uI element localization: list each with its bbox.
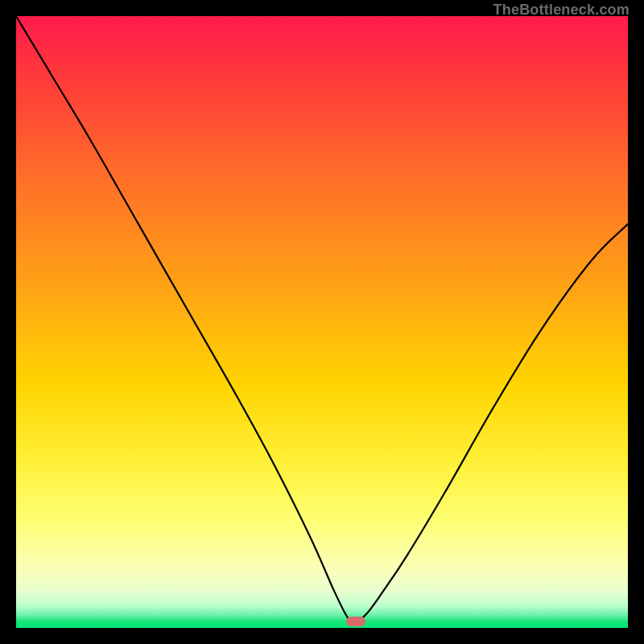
plot-area	[16, 16, 628, 628]
optimum-marker	[346, 617, 365, 626]
chart-frame: TheBottleneck.com	[0, 0, 644, 644]
bottleneck-curve	[16, 16, 628, 628]
